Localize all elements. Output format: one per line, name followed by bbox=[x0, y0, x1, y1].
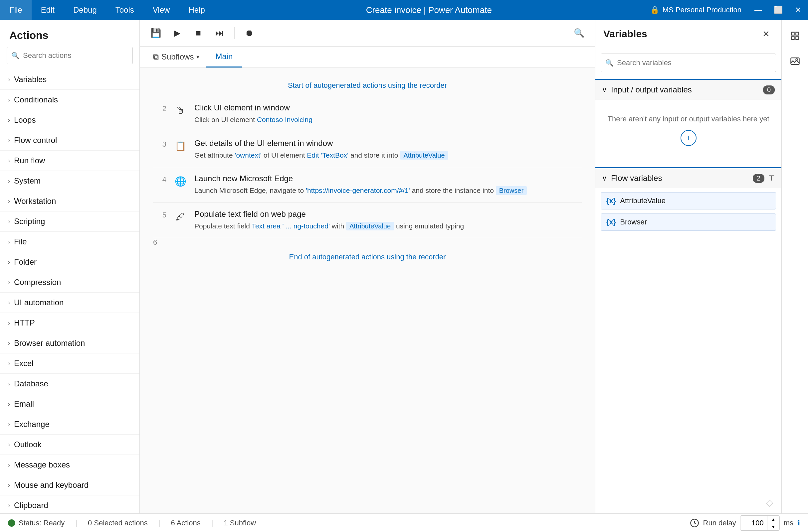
chevron-right-icon: › bbox=[8, 441, 10, 448]
sidebar-item-clipboard[interactable]: › Clipboard bbox=[0, 495, 140, 513]
menu-file[interactable]: File bbox=[0, 0, 32, 20]
total-actions-label: 6 Actions bbox=[171, 519, 200, 527]
contoso-link[interactable]: Contoso Invoicing bbox=[257, 116, 312, 124]
sidebar-item-browser-automation[interactable]: › Browser automation bbox=[0, 333, 140, 354]
decrement-button[interactable]: ▼ bbox=[767, 523, 779, 530]
sidebar-item-system[interactable]: › System bbox=[0, 171, 140, 191]
io-count-badge: 0 bbox=[763, 86, 775, 94]
chevron-right-icon: › bbox=[8, 137, 10, 144]
list-item[interactable]: {x} Browser bbox=[601, 213, 776, 231]
sidebar-item-flow-control[interactable]: › Flow control bbox=[0, 130, 140, 151]
chevron-right-icon: › bbox=[8, 96, 10, 103]
sidebar-item-excel[interactable]: › Excel bbox=[0, 354, 140, 374]
owntext-link[interactable]: 'owntext' bbox=[235, 151, 261, 159]
run-delay-input-wrap: ▲ ▼ bbox=[740, 515, 780, 531]
io-empty-text: There aren't any input or output variabl… bbox=[595, 100, 782, 159]
clock-icon bbox=[690, 518, 699, 528]
sidebar-item-compression[interactable]: › Compression bbox=[0, 272, 140, 292]
textarea-link[interactable]: Text area ' ... ng-touched' bbox=[252, 222, 330, 230]
sidebar-item-folder[interactable]: › Folder bbox=[0, 252, 140, 272]
tab-subflows[interactable]: ⧉ Subflows ▾ bbox=[146, 47, 206, 68]
variables-search-input[interactable] bbox=[601, 54, 776, 72]
sidebar-item-scripting[interactable]: › Scripting bbox=[0, 211, 140, 232]
search-input[interactable] bbox=[7, 47, 133, 64]
sidebar-item-run-flow[interactable]: › Run flow bbox=[0, 151, 140, 171]
chevron-right-icon: › bbox=[8, 502, 10, 509]
svg-rect-2 bbox=[791, 37, 794, 40]
chevron-right-icon: › bbox=[8, 239, 10, 245]
url-link[interactable]: 'https://invoice-generator.com/#/1' bbox=[306, 187, 410, 194]
status-label: Status: Ready bbox=[19, 519, 65, 527]
increment-button[interactable]: ▲ bbox=[767, 516, 779, 523]
sidebar-item-file[interactable]: › File bbox=[0, 232, 140, 252]
textbox-link[interactable]: Edit 'TextBox' bbox=[307, 151, 348, 159]
sidebar-item-mouse-keyboard[interactable]: › Mouse and keyboard bbox=[0, 475, 140, 495]
chevron-right-icon: › bbox=[8, 157, 10, 164]
run-button[interactable]: ▶ bbox=[168, 24, 186, 42]
sidebar-item-variables[interactable]: › Variables bbox=[0, 70, 140, 90]
sidebar-item-loops[interactable]: › Loops bbox=[0, 110, 140, 130]
minimize-button[interactable]: — bbox=[748, 0, 768, 20]
info-icon[interactable]: ℹ bbox=[797, 519, 800, 527]
sidebar-item-ui-automation[interactable]: › UI automation bbox=[0, 292, 140, 313]
chevron-down-icon: ∨ bbox=[602, 174, 607, 182]
record-button[interactable]: ⏺ bbox=[240, 24, 259, 42]
step-title: Click UI element in window bbox=[194, 103, 582, 112]
svg-point-5 bbox=[796, 59, 797, 60]
var-search-icon: 🔍 bbox=[605, 59, 614, 67]
step-desc: Click on UI element Contoso Invoicing bbox=[194, 114, 582, 125]
svg-rect-0 bbox=[791, 32, 794, 35]
variable-name: AttributeValue bbox=[620, 196, 665, 205]
layers-button[interactable] bbox=[786, 26, 804, 45]
menu-help[interactable]: Help bbox=[179, 0, 214, 20]
flow-start-separator[interactable]: Start of autogenerated actions using the… bbox=[153, 75, 582, 96]
sidebar-item-workstation[interactable]: › Workstation bbox=[0, 191, 140, 211]
list-item[interactable]: {x} AttributeValue bbox=[601, 192, 776, 209]
menu-tools[interactable]: Tools bbox=[106, 0, 143, 20]
sidebar-item-http[interactable]: › HTTP bbox=[0, 313, 140, 333]
image-button[interactable] bbox=[786, 52, 804, 71]
search-icon: 🔍 bbox=[11, 52, 20, 59]
menu-view[interactable]: View bbox=[143, 0, 179, 20]
attributevalue-tag: AttributeValue bbox=[400, 151, 448, 159]
stop-button[interactable]: ■ bbox=[189, 24, 208, 42]
tabs-bar: ⧉ Subflows ▾ Main bbox=[140, 46, 595, 68]
menu-edit[interactable]: Edit bbox=[32, 0, 64, 20]
step-desc: Launch Microsoft Edge, navigate to 'http… bbox=[194, 185, 582, 196]
save-button[interactable]: 💾 bbox=[146, 24, 165, 42]
sidebar-item-outlook[interactable]: › Outlook bbox=[0, 435, 140, 455]
variable-icon: {x} bbox=[606, 196, 616, 205]
chevron-right-icon: › bbox=[8, 320, 10, 326]
run-delay-input[interactable] bbox=[740, 517, 767, 529]
step-number: 4 bbox=[153, 174, 166, 184]
step-number: 3 bbox=[153, 139, 166, 149]
close-button[interactable]: ✕ bbox=[788, 0, 808, 20]
flow-editor: 💾 ▶ ■ ⏭ ⏺ 🔍 ⧉ Subflows ▾ Main Start of a… bbox=[140, 20, 595, 513]
menu-debug[interactable]: Debug bbox=[64, 0, 106, 20]
sidebar-item-database[interactable]: › Database bbox=[0, 374, 140, 394]
chevron-right-icon: › bbox=[8, 299, 10, 306]
add-variable-button[interactable]: + bbox=[681, 130, 697, 146]
chevron-right-icon: › bbox=[8, 117, 10, 124]
flow-vars-count-badge: 2 bbox=[753, 174, 765, 183]
sidebar-item-conditionals[interactable]: › Conditionals bbox=[0, 90, 140, 110]
step-content: Click UI element in window Click on UI e… bbox=[194, 103, 582, 125]
chevron-right-icon: › bbox=[8, 218, 10, 225]
main-layout: Actions 🔍 › Variables › Conditionals › L… bbox=[0, 20, 808, 513]
flow-search-button[interactable]: 🔍 bbox=[570, 24, 588, 42]
svg-rect-1 bbox=[796, 32, 799, 35]
flow-step-5: 5 🖊 Populate text field on web page Popu… bbox=[153, 203, 582, 239]
flow-end-separator[interactable]: End of autogenerated actions using the r… bbox=[153, 246, 582, 268]
next-step-button[interactable]: ⏭ bbox=[210, 24, 229, 42]
tab-main[interactable]: Main bbox=[206, 46, 242, 68]
input-output-header[interactable]: ∨ Input / output variables 0 bbox=[595, 80, 782, 100]
input-output-section: ∨ Input / output variables 0 There aren'… bbox=[595, 79, 782, 159]
flow-variables-header[interactable]: ∨ Flow variables 2 ⊤ bbox=[595, 168, 782, 188]
selected-actions-label: 0 Selected actions bbox=[88, 519, 148, 527]
filter-icon[interactable]: ⊤ bbox=[768, 174, 775, 183]
sidebar-item-message-boxes[interactable]: › Message boxes bbox=[0, 455, 140, 475]
variables-close-button[interactable]: ✕ bbox=[759, 26, 773, 41]
sidebar-item-exchange[interactable]: › Exchange bbox=[0, 414, 140, 435]
restore-button[interactable]: ⬜ bbox=[768, 0, 788, 20]
sidebar-item-email[interactable]: › Email bbox=[0, 394, 140, 414]
